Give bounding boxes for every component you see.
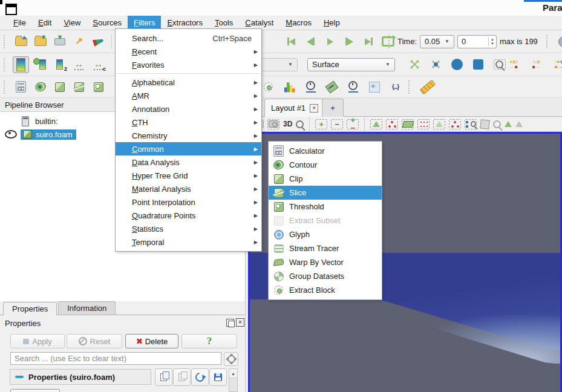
select-cells-polygon-button[interactable] xyxy=(505,121,512,127)
ruler-button[interactable] xyxy=(419,79,436,96)
toolbar-grip[interactable] xyxy=(4,80,8,94)
partial-toolbar-button[interactable] xyxy=(555,33,562,50)
programmable-filter-button[interactable]: {...} xyxy=(387,79,404,96)
paste-properties-button[interactable] xyxy=(173,368,191,386)
delete-button[interactable]: Delete xyxy=(125,334,178,348)
submenu-item-slice[interactable]: Slice xyxy=(269,186,382,200)
clip-filter-button[interactable] xyxy=(51,79,68,96)
menu-macros[interactable]: Macros xyxy=(279,16,318,30)
menu-view[interactable]: View xyxy=(57,16,87,30)
filters-menu-item-recent[interactable]: Recent▶ xyxy=(116,45,261,58)
previous-frame-button[interactable] xyxy=(302,33,319,50)
menu-filters[interactable]: Filters xyxy=(128,16,161,30)
filters-menu-item-favorites[interactable]: Favorites▶ xyxy=(116,58,261,71)
threshold-filter-button[interactable] xyxy=(90,79,106,96)
add-selection-button[interactable]: + xyxy=(315,119,327,129)
hover-points-query-button[interactable] xyxy=(465,119,477,129)
close-tab-icon[interactable]: × xyxy=(310,104,318,113)
tab-information[interactable]: Information xyxy=(58,301,116,315)
menu-extractors[interactable]: Extractors xyxy=(161,16,209,30)
filters-menu-item-amr[interactable]: AMR▶ xyxy=(116,89,261,102)
properties-section-header[interactable]: Properties (suiro.foam) xyxy=(10,369,151,385)
zoom-to-data-button[interactable] xyxy=(428,56,444,73)
toolbar-grip[interactable] xyxy=(546,35,551,48)
select-cells-on-button[interactable] xyxy=(370,119,382,129)
filters-menu-item-annotation[interactable]: Annotation▶ xyxy=(116,102,261,116)
rescale-data-range-button[interactable]: ↔ xyxy=(71,56,87,73)
apply-button[interactable]: Apply xyxy=(10,334,65,348)
interactive-select-points-button[interactable] xyxy=(449,119,461,129)
set-view-plus-x-button[interactable]: +X↑←■ xyxy=(506,56,522,73)
set-view-minus-x-button[interactable]: ↑-X■→ xyxy=(528,56,544,73)
calculator-filter-button[interactable] xyxy=(13,79,29,96)
menu-help[interactable]: Help xyxy=(318,16,346,30)
render-mode-button[interactable]: 3D xyxy=(283,120,292,128)
filters-menu-item-chemistry[interactable]: Chemistry▶ xyxy=(116,129,261,142)
zoom-to-box-button[interactable] xyxy=(491,56,508,73)
slice-filter-button[interactable] xyxy=(71,79,87,96)
submenu-item-extract-block[interactable]: Extract Block xyxy=(269,283,382,297)
representation-combo[interactable]: Surface ▼ xyxy=(307,58,395,71)
rescale-custom-range-button[interactable]: ↔c xyxy=(90,56,106,73)
copy-properties-button[interactable] xyxy=(155,368,172,386)
search-input[interactable]: Search ... (use Esc to clear text) xyxy=(10,352,221,365)
plot-over-time-button[interactable] xyxy=(302,79,319,96)
frame-spinbox[interactable]: 0 ▲▼ xyxy=(457,35,497,48)
filters-menu-item-common[interactable]: Common▶ xyxy=(116,142,261,155)
filters-menu-item-point-interpolation[interactable]: Point Interpolation▶ xyxy=(116,195,261,209)
toolbar-grip[interactable] xyxy=(388,35,393,48)
menu-file[interactable]: File xyxy=(7,16,32,30)
submenu-item-glyph[interactable]: Glyph xyxy=(269,227,382,241)
select-points-on-button[interactable] xyxy=(386,119,398,129)
add-layout-tab[interactable]: + xyxy=(322,99,344,117)
submenu-item-group-datasets[interactable]: Group Datasets xyxy=(269,269,382,283)
submenu-item-warp-by-vector[interactable]: Warp By Vector xyxy=(269,255,382,269)
subtract-selection-button[interactable]: − xyxy=(331,119,343,129)
select-cells-through-button[interactable] xyxy=(402,119,414,129)
tab-properties[interactable]: Properties xyxy=(3,302,57,315)
histogram-filter-button[interactable] xyxy=(281,79,298,96)
clear-selection-button[interactable] xyxy=(493,120,501,128)
plot-selection-over-time-button[interactable] xyxy=(345,79,361,96)
toolbar-grip[interactable] xyxy=(4,35,8,48)
time-value-combo[interactable]: 0.05 ▼ xyxy=(420,35,454,48)
next-frame-button[interactable] xyxy=(341,33,358,50)
reset-camera-button[interactable] xyxy=(407,56,423,73)
properties-scrollbar[interactable]: ▲ xyxy=(229,368,238,392)
toolbar-grip[interactable] xyxy=(4,58,8,71)
edit-color-map-button[interactable]: 2 xyxy=(51,56,68,73)
filters-menu-item-quadrature-points[interactable]: Quadrature Points▶ xyxy=(116,209,261,222)
play-button[interactable] xyxy=(322,33,338,50)
extract-block-filter-button[interactable] xyxy=(260,79,276,96)
reset-camera-closest-button[interactable] xyxy=(449,56,465,73)
contour-filter-button[interactable] xyxy=(32,79,48,96)
capture-screenshot-button[interactable] xyxy=(267,119,279,129)
adjust-camera-button[interactable] xyxy=(296,120,304,128)
open-file-button[interactable]: ▲ xyxy=(13,33,29,50)
visibility-eye-icon[interactable] xyxy=(5,130,17,139)
menu-catalyst[interactable]: Catalyst xyxy=(239,16,279,30)
filters-menu-item-temporal[interactable]: Temporal▶ xyxy=(116,235,261,249)
submenu-item-clip[interactable]: Clip xyxy=(269,172,382,186)
float-panel-icon[interactable] xyxy=(226,319,234,327)
filters-menu-item-search[interactable]: Search... Ctrl+Space xyxy=(116,31,261,45)
reset-button[interactable]: Reset xyxy=(67,334,122,348)
menu-tools[interactable]: Tools xyxy=(209,16,239,30)
reload-properties-button[interactable] xyxy=(191,368,209,386)
menu-edit[interactable]: Edit xyxy=(32,16,57,30)
filters-menu-item-hyper-tree-grid[interactable]: Hyper Tree Grid▶ xyxy=(116,169,261,182)
filters-menu-item-statistics[interactable]: Statistics▶ xyxy=(116,222,261,235)
select-block-button[interactable] xyxy=(480,120,489,129)
filters-menu-item-data-analysis[interactable]: Data Analysis▶ xyxy=(116,155,261,169)
interactive-select-cells-button[interactable] xyxy=(433,119,445,129)
reset-session-button[interactable]: ↗ xyxy=(71,33,87,50)
last-frame-button[interactable] xyxy=(361,33,377,50)
toggle-color-legend-button[interactable] xyxy=(13,56,29,73)
filters-menu-item-material-analysis[interactable]: Material Analysis▶ xyxy=(116,182,261,195)
filters-menu-item-cth[interactable]: CTH▶ xyxy=(116,116,261,129)
set-view-plus-y-button[interactable]: ↑+Y■→ xyxy=(551,56,562,73)
toolbar-grip[interactable] xyxy=(408,80,413,94)
select-points-polygon-button[interactable] xyxy=(515,121,523,127)
select-points-through-button[interactable] xyxy=(417,119,430,129)
partial-button[interactable] xyxy=(10,389,60,392)
